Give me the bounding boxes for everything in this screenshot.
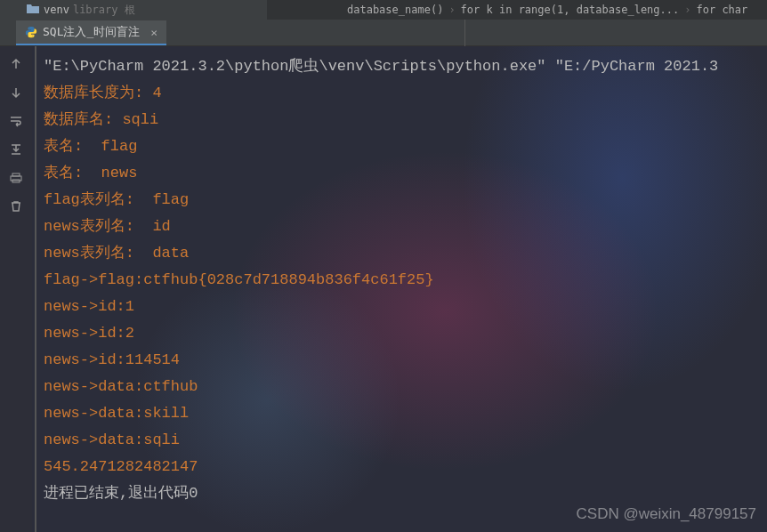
console-line: 数据库名: sqli bbox=[44, 107, 767, 133]
main-area: "E:\PyCharm 2021.3.2\python爬虫\venv\Scrip… bbox=[0, 46, 767, 532]
project-panel: venv library 根 bbox=[0, 0, 267, 20]
console-wrap: "E:\PyCharm 2021.3.2\python爬虫\venv\Scrip… bbox=[32, 46, 767, 532]
breadcrumb-item[interactable]: database_name() bbox=[347, 4, 443, 16]
tab-label: SQL注入_时间盲注 bbox=[43, 24, 140, 40]
console-line: 数据库长度为: 4 bbox=[44, 80, 767, 107]
scroll-to-end-icon[interactable] bbox=[9, 142, 23, 157]
console-line: 表名: news bbox=[44, 160, 767, 187]
console-line: 表名: flag bbox=[44, 133, 767, 160]
project-lib-suffix: library 根 bbox=[73, 3, 135, 18]
editor-split-divider[interactable] bbox=[464, 20, 465, 46]
print-icon[interactable] bbox=[9, 171, 23, 185]
console-line: news->data:ctfhub bbox=[44, 374, 767, 400]
console-output[interactable]: "E:\PyCharm 2021.3.2\python爬虫\venv\Scrip… bbox=[36, 46, 767, 532]
tab-bar: SQL注入_时间盲注 × bbox=[0, 20, 767, 46]
console-line: 进程已结束,退出代码0 bbox=[44, 480, 767, 507]
top-row: venv library 根 database_name() › for k i… bbox=[0, 0, 767, 20]
breadcrumb-item[interactable]: for char bbox=[696, 4, 747, 16]
console-line: "E:\PyCharm 2021.3.2\python爬虫\venv\Scrip… bbox=[44, 53, 767, 80]
python-file-icon bbox=[25, 26, 37, 38]
console-line: flag表列名: flag bbox=[44, 187, 767, 214]
tool-gutter bbox=[0, 46, 32, 532]
console-line: flag->flag:ctfhub{028c7d718894b836f4c61f… bbox=[44, 267, 767, 294]
folder-icon bbox=[27, 4, 39, 17]
trash-icon[interactable] bbox=[9, 199, 23, 214]
chevron-right-icon: › bbox=[448, 4, 455, 16]
breadcrumb: database_name() › for k in range(1, data… bbox=[267, 0, 767, 20]
console-line: news->id:2 bbox=[44, 320, 767, 347]
soft-wrap-icon[interactable] bbox=[9, 114, 23, 128]
console-line: news->id:1 bbox=[44, 294, 767, 320]
console-line: 545.2471282482147 bbox=[44, 454, 767, 480]
arrow-up-icon[interactable] bbox=[9, 57, 23, 71]
console-line: news->data:sqli bbox=[44, 427, 767, 454]
project-folder-name[interactable]: venv bbox=[44, 4, 69, 16]
chevron-right-icon: › bbox=[684, 4, 690, 16]
console-line: news->id:114514 bbox=[44, 347, 767, 374]
breadcrumb-item[interactable]: for k in range(1, database_leng... bbox=[461, 4, 680, 16]
console-line: news表列名: data bbox=[44, 240, 767, 267]
arrow-down-icon[interactable] bbox=[9, 85, 23, 100]
tab-sql-injection[interactable]: SQL注入_时间盲注 × bbox=[16, 20, 166, 45]
console-line: news表列名: id bbox=[44, 214, 767, 240]
close-icon[interactable]: × bbox=[150, 26, 157, 39]
watermark-text: CSDN @weixin_48799157 bbox=[577, 505, 756, 523]
console-line: news->data:skill bbox=[44, 400, 767, 427]
